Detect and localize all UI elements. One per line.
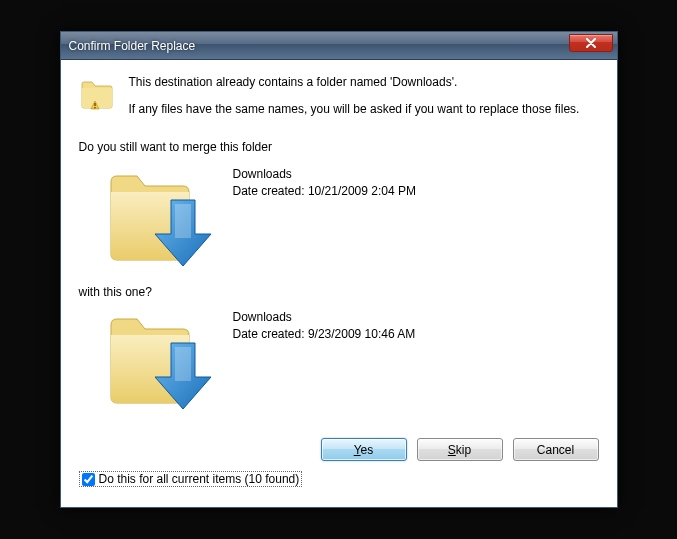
folder-alert-icon bbox=[79, 74, 115, 128]
source-folder-date: Date created: 10/21/2009 2:04 PM bbox=[233, 183, 416, 200]
button-row: Yes Skip Cancel bbox=[79, 428, 599, 467]
svg-rect-1 bbox=[94, 107, 95, 108]
with-this-one-text: with this one? bbox=[79, 285, 599, 299]
dest-folder-name: Downloads bbox=[233, 309, 416, 326]
folder-arrow-icon bbox=[103, 162, 213, 275]
confirm-folder-replace-dialog: Confirm Folder Replace This destination … bbox=[60, 31, 618, 507]
dest-folder-date: Date created: 9/23/2009 10:46 AM bbox=[233, 326, 416, 343]
svg-rect-0 bbox=[94, 103, 95, 106]
source-folder-name: Downloads bbox=[233, 166, 416, 183]
close-button[interactable] bbox=[569, 34, 613, 52]
cancel-button[interactable]: Cancel bbox=[513, 438, 599, 461]
footer: Do this for all current items (10 found) bbox=[79, 467, 599, 497]
dest-folder-block: Downloads Date created: 9/23/2009 10:46 … bbox=[103, 305, 599, 418]
do-for-all-label[interactable]: Do this for all current items (10 found) bbox=[79, 471, 303, 487]
message-line-2: If any files have the same names, you wi… bbox=[129, 101, 599, 118]
source-folder-block: Downloads Date created: 10/21/2009 2:04 … bbox=[103, 162, 599, 275]
close-icon bbox=[585, 38, 597, 48]
dialog-content: This destination already contains a fold… bbox=[61, 60, 617, 506]
folder-arrow-icon bbox=[103, 305, 213, 418]
do-for-all-text: Do this for all current items (10 found) bbox=[99, 472, 300, 486]
skip-button[interactable]: Skip bbox=[417, 438, 503, 461]
window-title: Confirm Folder Replace bbox=[69, 39, 569, 53]
merge-question: Do you still want to merge this folder bbox=[79, 140, 599, 154]
do-for-all-checkbox[interactable] bbox=[82, 473, 95, 486]
message-line-1: This destination already contains a fold… bbox=[129, 74, 599, 91]
titlebar[interactable]: Confirm Folder Replace bbox=[61, 32, 617, 60]
yes-button[interactable]: Yes bbox=[321, 438, 407, 461]
